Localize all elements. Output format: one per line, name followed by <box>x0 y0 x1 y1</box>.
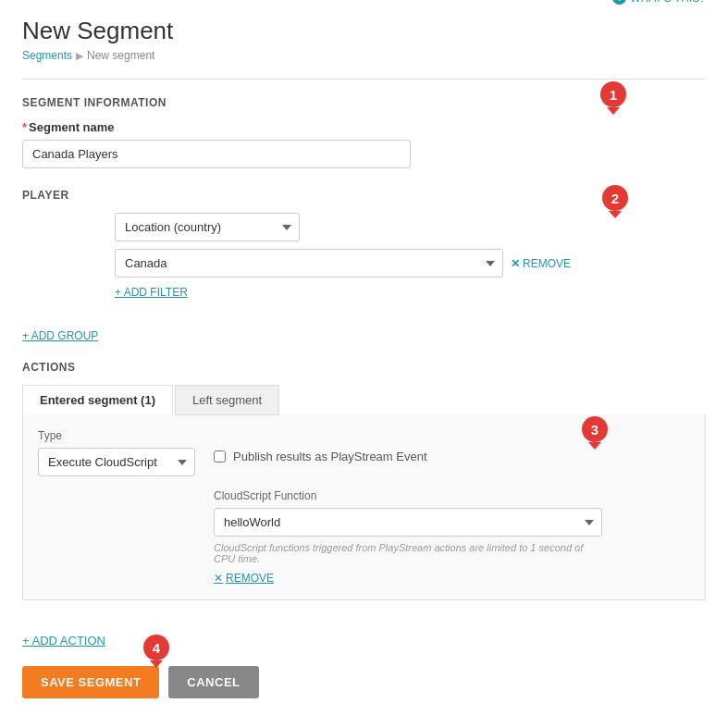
tab-entered-segment[interactable]: Entered segment (1) <box>22 385 173 415</box>
publish-label[interactable]: Publish results as PlayStream Event <box>233 450 427 463</box>
remove-x-icon: ✕ <box>511 257 520 270</box>
filter-remove-link[interactable]: ✕ REMOVE <box>511 257 571 270</box>
cancel-button[interactable]: CANCEL <box>168 666 258 698</box>
player-header: PLAYER <box>22 189 706 202</box>
segment-info-header: SEGMENT INFORMATION <box>22 96 706 109</box>
required-star: * <box>22 120 27 134</box>
info-icon: i <box>612 0 626 5</box>
type-label: Type <box>38 429 195 442</box>
remove-action-link[interactable]: ✕ REMOVE <box>214 572 274 585</box>
breadcrumb-current: New segment <box>87 49 154 62</box>
filter-type-select[interactable]: Location (country) Player Level Total Va… <box>115 213 300 241</box>
page-title: New Segment <box>22 17 173 45</box>
breadcrumb-arrow: ▶ <box>76 50 83 62</box>
remove-action-label: REMOVE <box>226 572 274 585</box>
add-action-link[interactable]: + ADD ACTION <box>22 634 105 648</box>
publish-checkbox-row: Publish results as PlayStream Event <box>214 429 427 463</box>
segment-name-label: * Segment name <box>22 120 706 134</box>
segment-information-section: SEGMENT INFORMATION * Segment name <box>22 96 706 168</box>
filter-value-row: Canada United States United Kingdom Aust… <box>115 249 706 278</box>
cpu-note: CloudScript functions triggered from Pla… <box>214 542 602 564</box>
actions-tabs: Entered segment (1) Left segment <box>22 385 706 415</box>
whats-this-label: WHAT'S THIS? <box>630 0 706 5</box>
player-section: PLAYER Location (country) Player Level T… <box>22 189 706 308</box>
header-divider <box>22 79 706 80</box>
filter-remove-label: REMOVE <box>523 257 571 270</box>
cloudscript-function-select[interactable]: helloWorld getCharacterData validatePurc… <box>214 508 602 537</box>
segment-name-input[interactable] <box>22 140 411 168</box>
filter-value-select[interactable]: Canada United States United Kingdom Aust… <box>115 249 503 278</box>
cloudscript-section: CloudScript Function helloWorld getChara… <box>214 489 690 585</box>
save-segment-button[interactable]: SAVE SEGMENT <box>22 666 159 698</box>
actions-section: ACTIONS Entered segment (1) Left segment… <box>22 361 706 600</box>
publish-checkbox[interactable] <box>214 450 226 463</box>
whats-this-link[interactable]: i WHAT'S THIS? <box>612 0 706 5</box>
type-group: Type Execute CloudScript Send Push Notif… <box>38 429 195 476</box>
breadcrumb: Segments ▶ New segment <box>22 49 173 62</box>
action-type-select[interactable]: Execute CloudScript Send Push Notificati… <box>38 448 195 476</box>
actions-header: ACTIONS <box>22 361 706 374</box>
actions-content-panel: Type Execute CloudScript Send Push Notif… <box>22 414 706 600</box>
tooltip-4: 4 <box>143 635 169 660</box>
add-group-link[interactable]: + ADD GROUP <box>22 329 98 342</box>
add-filter-link[interactable]: + ADD FILTER <box>115 286 188 299</box>
filter-type-row: Location (country) Player Level Total Va… <box>115 213 706 241</box>
breadcrumb-parent[interactable]: Segments <box>22 49 72 62</box>
cloudscript-label: CloudScript Function <box>214 489 690 502</box>
remove-action-x-icon: ✕ <box>214 572 223 585</box>
button-row: SAVE SEGMENT CANCEL <box>22 666 706 698</box>
action-type-row: Type Execute CloudScript Send Push Notif… <box>38 429 690 476</box>
tab-left-segment[interactable]: Left segment <box>175 385 279 415</box>
